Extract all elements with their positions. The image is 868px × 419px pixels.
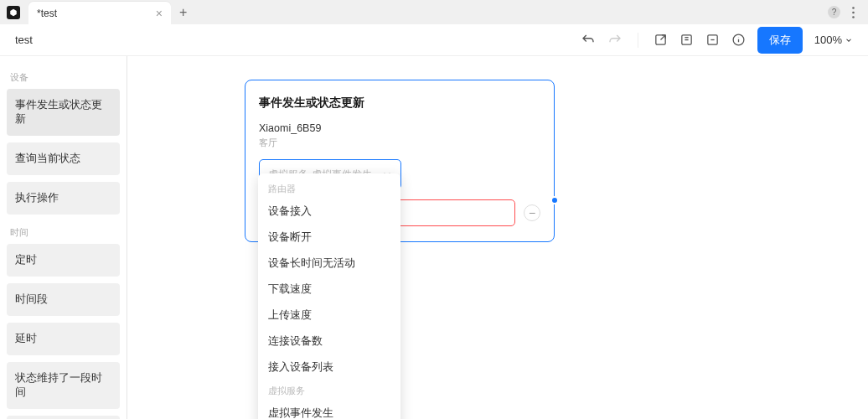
sidebar-item-query-status[interactable]: 查询当前状态 [7,142,120,175]
sidebar-item-execute-action[interactable]: 执行操作 [7,182,120,215]
dropdown-item[interactable]: 设备长时间无活动 [258,251,400,277]
zoom-dropdown[interactable]: 100% [814,34,853,46]
card-room-name: 客厅 [259,137,540,149]
svg-point-0 [852,7,855,9]
tab-title: *test [37,8,146,19]
export-icon[interactable] [654,33,668,47]
sidebar-item-state-duration[interactable]: 状态维持了一段时间 [7,362,120,409]
template-icon[interactable] [679,33,694,47]
remove-button[interactable]: − [524,204,540,221]
sidebar-item-delay[interactable]: 延时 [7,323,120,355]
help-icon[interactable]: ? [828,6,840,18]
close-icon[interactable]: × [156,8,163,19]
svg-point-1 [852,11,855,13]
dropdown-item[interactable]: 下载速度 [258,277,400,303]
sidebar-item-event-sequence[interactable]: 事件先后发生 [7,416,120,419]
dropdown-item[interactable]: 连接设备数 [258,328,400,354]
more-icon[interactable] [852,7,855,18]
zoom-value: 100% [814,34,842,46]
sidebar-item-time-range[interactable]: 时间段 [7,283,120,316]
dropdown-item[interactable]: 设备接入 [258,199,400,225]
card-device-name: Xiaomi_6B59 [259,122,540,134]
document-title: test [15,34,33,46]
dropdown-item[interactable]: 上传速度 [258,303,400,328]
add-tab-button[interactable]: + [179,5,187,20]
save-button[interactable]: 保存 [757,27,803,54]
sidebar-item-event-status[interactable]: 事件发生或状态更新 [7,89,120,136]
connection-handle[interactable] [550,196,559,204]
sidebar-group-header: 设备 [7,66,120,89]
dropdown-item[interactable]: 设备断开 [258,225,400,251]
tab-test[interactable]: *test × [28,2,171,24]
canvas[interactable]: 事件发生或状态更新 Xiaomi_6B59 客厅 虚拟服务-虚拟事件发生 − 路… [127,56,868,419]
dropdown-group-router: 路由器 [258,178,400,199]
app-logo-icon [7,6,20,19]
info-icon[interactable] [731,33,746,47]
undo-icon[interactable] [581,33,596,48]
sidebar: 设备 事件发生或状态更新 查询当前状态 执行操作 时间 定时 时间段 延时 状态… [0,56,127,419]
redo-icon[interactable] [607,33,623,48]
svg-point-2 [852,16,855,18]
sidebar-group-header: 时间 [7,221,120,244]
event-dropdown: 路由器 设备接入 设备断开 设备长时间无活动 下载速度 上传速度 连接设备数 接… [258,173,400,419]
card-title: 事件发生或状态更新 [259,96,540,111]
dropdown-item[interactable]: 接入设备列表 [258,354,400,380]
sidebar-item-timer[interactable]: 定时 [7,244,120,277]
dropdown-item[interactable]: 虚拟事件发生 [258,401,400,419]
dropdown-group-virtual: 虚拟服务 [258,380,400,401]
note-icon[interactable] [705,33,720,47]
